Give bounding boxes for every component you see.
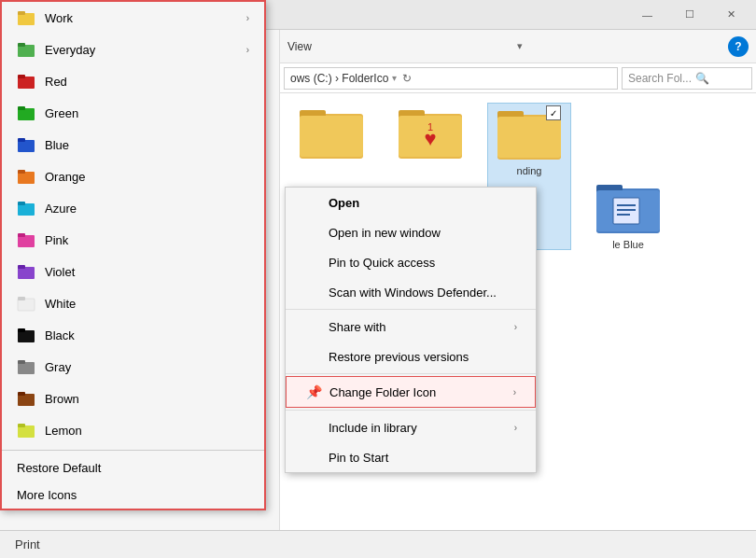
- context-item-pin-start[interactable]: Pin to Start: [286, 442, 536, 472]
- context-item-share[interactable]: Share with ›: [286, 312, 536, 342]
- help-button[interactable]: ?: [728, 36, 749, 57]
- svg-rect-35: [18, 265, 25, 269]
- svg-rect-29: [18, 170, 25, 174]
- color-menu-item-azure[interactable]: Azure: [2, 192, 264, 224]
- color-menu-separator: [2, 450, 264, 451]
- toolbar: View ▾ ?: [280, 30, 756, 63]
- color-menu-item-red[interactable]: Red: [2, 65, 264, 97]
- pin-quick-icon: [304, 254, 321, 271]
- search-box[interactable]: Search Fol... 🔍: [622, 67, 752, 90]
- color-menu-item-work[interactable]: Work ›: [2, 2, 264, 34]
- color-menu-item-gray[interactable]: Gray: [2, 351, 264, 383]
- maximize-button[interactable]: ☐: [668, 0, 710, 30]
- svg-rect-45: [18, 424, 25, 427]
- svg-rect-43: [18, 392, 25, 396]
- minimize-button[interactable]: —: [626, 0, 668, 30]
- open-icon: [304, 194, 321, 211]
- folder-item-blue[interactable]: le Blue: [586, 177, 670, 250]
- green-folder-icon: [17, 104, 35, 122]
- svg-rect-19: [18, 11, 25, 15]
- context-item-pin-quick[interactable]: Pin to Quick access: [286, 247, 536, 277]
- address-refresh-icon[interactable]: ↻: [402, 72, 412, 85]
- search-icon: 🔍: [695, 72, 709, 85]
- close-button[interactable]: ✕: [710, 0, 752, 30]
- address-path-text: ows (C:) › FolderIco: [290, 72, 388, 85]
- violet-folder-icon: [17, 262, 35, 281]
- orange-folder-icon: [17, 167, 35, 186]
- address-dropdown-icon[interactable]: ▾: [392, 73, 397, 83]
- pin-start-icon: [304, 449, 321, 466]
- context-separator-3: [286, 410, 536, 411]
- change-icon-arrow: ›: [513, 387, 516, 398]
- bottom-bar: Print: [0, 530, 756, 558]
- work-arrow-icon: ›: [246, 13, 249, 23]
- color-menu-restore-default[interactable]: Restore Default: [2, 454, 264, 481]
- folder-checkbox[interactable]: ✓: [546, 105, 561, 120]
- restore-icon: [304, 348, 321, 365]
- color-menu-more-icons[interactable]: More Icons: [2, 481, 264, 509]
- svg-rect-31: [18, 202, 25, 205]
- color-menu-item-green[interactable]: Green: [2, 97, 264, 129]
- lemon-folder-icon: [17, 421, 35, 439]
- open-new-window-icon: [304, 224, 321, 241]
- folder-icon-2: ♥ 1: [397, 103, 464, 162]
- pink-folder-icon: [17, 230, 35, 249]
- context-item-include-library[interactable]: Include in library ›: [286, 412, 536, 442]
- address-path[interactable]: ows (C:) › FolderIco ▾ ↻: [284, 67, 618, 90]
- scan-icon: [304, 284, 321, 300]
- svg-rect-23: [18, 75, 25, 78]
- context-item-open[interactable]: Open: [286, 188, 536, 217]
- context-item-restore[interactable]: Restore previous versions: [286, 342, 536, 371]
- color-menu-item-brown[interactable]: Brown: [2, 383, 264, 414]
- svg-rect-37: [18, 297, 25, 300]
- folder-label-blue: le Blue: [612, 239, 644, 250]
- svg-rect-25: [18, 106, 25, 110]
- include-library-arrow: ›: [514, 423, 517, 433]
- color-menu-item-orange[interactable]: Orange: [2, 160, 264, 192]
- svg-rect-2: [300, 116, 363, 157]
- share-icon: [304, 318, 321, 335]
- color-menu-item-lemon[interactable]: Lemon: [2, 414, 264, 446]
- context-item-scan[interactable]: Scan with Windows Defender...: [286, 277, 536, 307]
- red-folder-icon: [17, 72, 35, 91]
- work-folder-icon: [17, 8, 35, 27]
- include-library-icon: [304, 419, 321, 436]
- everyday-arrow-icon: ›: [246, 45, 249, 55]
- search-placeholder-text: Search Fol...: [628, 72, 692, 85]
- svg-rect-33: [18, 233, 25, 237]
- color-menu-item-violet[interactable]: Violet: [2, 256, 264, 287]
- folder-label-selected: nding: [517, 165, 542, 176]
- color-menu-item-black[interactable]: Black: [2, 319, 264, 351]
- svg-rect-41: [18, 360, 25, 364]
- context-separator-2: [286, 373, 536, 374]
- azure-folder-icon: [17, 199, 35, 217]
- black-folder-icon: [17, 326, 35, 344]
- folder-icon-blue: [595, 177, 662, 237]
- share-arrow-icon: ›: [514, 322, 517, 332]
- color-menu-item-pink[interactable]: Pink: [2, 224, 264, 256]
- svg-rect-39: [18, 328, 25, 332]
- svg-rect-21: [18, 43, 25, 47]
- white-folder-icon: [17, 294, 35, 313]
- color-submenu: Work › Everyday › Red: [0, 0, 266, 510]
- view-menu[interactable]: View: [287, 40, 312, 53]
- color-menu-item-everyday[interactable]: Everyday ›: [2, 34, 264, 65]
- context-item-change-icon[interactable]: 📌 Change Folder Icon ›: [286, 376, 536, 408]
- everyday-folder-icon: [17, 40, 35, 59]
- color-menu-item-white[interactable]: White: [2, 287, 264, 319]
- context-menu: Open Open in new window Pin to Quick acc…: [285, 187, 537, 473]
- svg-rect-27: [18, 138, 25, 142]
- context-item-open-new-window[interactable]: Open in new window: [286, 217, 536, 247]
- address-bar: ows (C:) › FolderIco ▾ ↻ Search Fol... 🔍: [280, 63, 756, 93]
- color-menu-item-blue[interactable]: Blue: [2, 129, 264, 160]
- print-label[interactable]: Print: [15, 537, 40, 551]
- gray-folder-icon: [17, 357, 35, 376]
- blue-folder-icon: [17, 135, 35, 154]
- svg-text:1: 1: [427, 121, 433, 133]
- change-icon-pin: 📌: [305, 384, 322, 400]
- svg-rect-10: [497, 117, 561, 158]
- folder-icon-selected: ✓: [496, 104, 563, 163]
- brown-folder-icon: [17, 389, 35, 408]
- context-separator-1: [286, 309, 536, 310]
- folder-icon-1: [298, 103, 365, 162]
